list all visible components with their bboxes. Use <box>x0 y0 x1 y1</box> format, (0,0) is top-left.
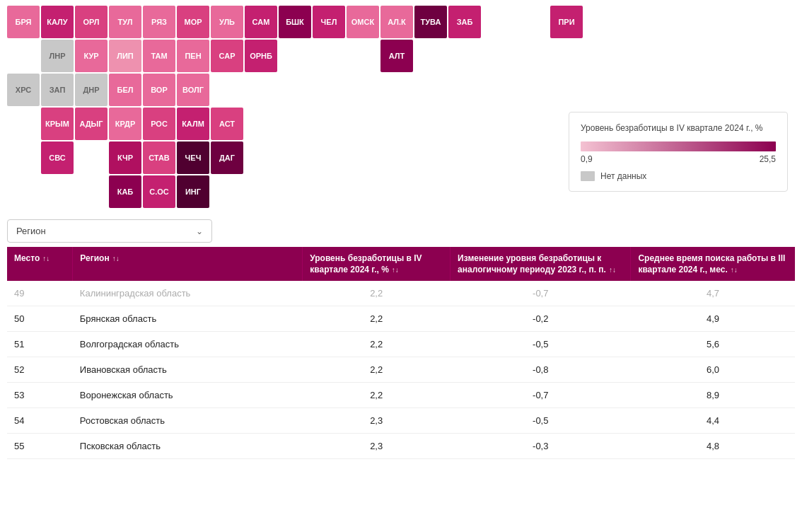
cell-region: Калининградская область <box>73 281 303 306</box>
region-cell[interactable]: ДНР <box>75 74 107 106</box>
region-cell[interactable]: БШК <box>279 6 311 38</box>
region-cell[interactable]: ДАГ <box>211 141 243 174</box>
region-cell <box>482 108 515 140</box>
region-cell <box>279 108 311 140</box>
region-cell <box>448 74 481 106</box>
region-cell[interactable]: МОР <box>177 6 209 38</box>
region-cell <box>279 74 311 106</box>
cell-change: -0,7 <box>451 281 631 306</box>
cell-change: -0,3 <box>451 434 631 459</box>
region-cell[interactable]: ИНГ <box>177 175 209 208</box>
region-cell[interactable]: САР <box>211 40 243 72</box>
table-header-change[interactable]: Изменение уровня безработицы к аналогичн… <box>451 247 631 281</box>
region-cell[interactable]: ТУЛ <box>109 6 141 38</box>
sort-icon-search_time[interactable]: ↑↓ <box>731 265 738 275</box>
cell-rank: 53 <box>7 383 73 408</box>
table-row[interactable]: 52Ивановская область2,2-0,86,0 <box>7 357 795 383</box>
cell-region: Воронежская область <box>73 383 303 408</box>
table-header-search_time[interactable]: Среднее время поиска работы в III кварта… <box>631 247 795 281</box>
table-header: Место↑↓Регион↑↓Уровень безработицы в IV … <box>7 247 795 281</box>
cell-region: Псковская область <box>73 434 303 459</box>
region-cell[interactable]: ОРНБ <box>245 40 277 72</box>
region-cell[interactable]: АСТ <box>211 108 243 140</box>
table-header-unemployment[interactable]: Уровень безработицы в IV квартале 2024 г… <box>303 247 451 281</box>
legend-box: Уровень безработицы в IV квартале 2024 г… <box>569 112 788 192</box>
sort-icon-rank[interactable]: ↑↓ <box>42 254 50 264</box>
table-row[interactable]: 49Калининградская область2,2-0,74,7 <box>7 281 795 306</box>
region-cell[interactable]: УЛЬ <box>211 6 243 38</box>
region-cell[interactable]: ОМСК <box>347 6 379 38</box>
region-cell <box>7 40 40 72</box>
region-cell <box>516 40 549 72</box>
region-cell <box>414 175 447 208</box>
table-header-rank[interactable]: Место↑↓ <box>7 247 73 281</box>
table-row[interactable]: 55Псковская область2,3-0,34,8 <box>7 434 795 459</box>
region-cell <box>380 175 413 208</box>
region-cell[interactable]: АДЫГ <box>75 108 107 140</box>
region-cell[interactable]: РОС <box>143 108 175 140</box>
region-cell[interactable]: БЕЛ <box>109 74 141 106</box>
region-cell[interactable]: КАЛМ <box>177 108 209 140</box>
region-cell[interactable]: ПРИ <box>550 6 583 38</box>
cell-change: -0,8 <box>451 357 631 383</box>
region-cell <box>245 74 277 106</box>
legend-min: 0,9 <box>581 154 593 164</box>
region-cell[interactable]: СТАВ <box>143 141 175 174</box>
table-row[interactable]: 50Брянская область2,2-0,24,9 <box>7 306 795 332</box>
region-cell[interactable]: ТАМ <box>143 40 175 72</box>
region-cell[interactable]: ПЕН <box>177 40 209 72</box>
region-cell[interactable]: РЯЗ <box>143 6 175 38</box>
region-cell[interactable]: ВОЛГ <box>177 74 209 106</box>
sort-icon-change[interactable]: ↑↓ <box>609 265 616 275</box>
region-cell[interactable]: КАЛУ <box>41 6 74 38</box>
region-select-label: Регион <box>16 226 46 236</box>
region-cell[interactable]: КРЫМ <box>41 108 74 140</box>
region-cell <box>313 141 345 174</box>
region-cell <box>75 141 107 174</box>
region-select[interactable]: Регион ⌄ <box>7 219 212 243</box>
region-cell[interactable]: АЛТ <box>380 40 413 72</box>
region-cell <box>313 40 345 72</box>
region-cell[interactable]: ЛНР <box>41 40 74 72</box>
cell-search-time: 4,9 <box>631 306 795 332</box>
region-cell <box>245 108 277 140</box>
region-cell[interactable]: БРЯ <box>7 6 40 38</box>
cell-change: -0,5 <box>451 332 631 357</box>
region-cell[interactable]: ХРС <box>7 74 40 106</box>
region-cell <box>347 108 379 140</box>
table-body: 49Калининградская область2,2-0,74,750Бря… <box>7 281 795 459</box>
region-cell[interactable]: ЛИП <box>109 40 141 72</box>
map-area: БРЯКАЛУОРЛТУЛРЯЗМОРУЛЬСАМБШКЧЕЛОМСКАЛ.КТ… <box>7 6 795 208</box>
region-cell[interactable]: АЛ.К <box>380 6 413 38</box>
region-cell[interactable]: КУР <box>75 40 107 72</box>
region-cell[interactable]: КАБ <box>109 175 141 208</box>
region-cell[interactable]: ВОР <box>143 74 175 106</box>
region-cell[interactable]: ЗАБ <box>448 6 481 38</box>
cell-search-time: 8,9 <box>631 383 795 408</box>
region-cell[interactable]: СВС <box>41 141 74 174</box>
table-header-region[interactable]: Регион↑↓ <box>73 247 303 281</box>
region-cell <box>380 108 413 140</box>
region-cell <box>448 141 481 174</box>
region-cell <box>380 141 413 174</box>
chevron-down-icon: ⌄ <box>196 226 203 236</box>
table-row[interactable]: 51Волгоградская область2,2-0,55,6 <box>7 332 795 357</box>
region-cell[interactable]: ТУВА <box>414 6 447 38</box>
region-cell <box>347 141 379 174</box>
region-cell[interactable]: САМ <box>245 6 277 38</box>
region-cell[interactable]: ЗАП <box>41 74 74 106</box>
region-cell[interactable]: КЧР <box>109 141 141 174</box>
table-row[interactable]: 54Ростовская область2,3-0,54,4 <box>7 408 795 434</box>
table-row[interactable]: 53Воронежская область2,2-0,78,9 <box>7 383 795 408</box>
sort-icon-region[interactable]: ↑↓ <box>112 254 120 264</box>
sort-icon-unemployment[interactable]: ↑↓ <box>392 265 399 275</box>
region-cell[interactable]: С.ОС <box>143 175 175 208</box>
region-cell[interactable]: ОРЛ <box>75 6 107 38</box>
region-cell[interactable]: КРДР <box>109 108 141 140</box>
region-cell <box>279 141 311 174</box>
cell-unemployment: 2,2 <box>303 306 451 332</box>
region-cell <box>347 175 379 208</box>
region-cell[interactable]: ЧЕЛ <box>313 6 345 38</box>
region-cell[interactable]: ЧЕЧ <box>177 141 209 174</box>
cell-search-time: 4,4 <box>631 408 795 434</box>
